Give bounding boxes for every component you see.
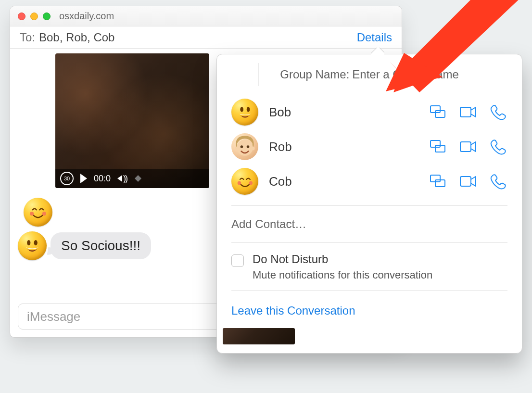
- close-window-button[interactable]: [18, 13, 25, 20]
- svg-rect-16: [460, 142, 471, 152]
- rewind-30-button[interactable]: 30: [60, 172, 74, 185]
- svg-point-2: [27, 240, 30, 245]
- svg-point-3: [34, 240, 38, 245]
- window-title: osxdaily.com: [59, 11, 114, 22]
- member-avatar-grin: [231, 99, 258, 126]
- screen-share-button[interactable]: [429, 173, 448, 190]
- svg-point-4: [240, 107, 243, 112]
- sender-avatar-blush: [24, 198, 52, 227]
- video-attachment[interactable]: 30 00:0: [55, 53, 209, 188]
- airplay-icon[interactable]: [135, 175, 141, 182]
- message-text: So Socious!!!: [61, 238, 140, 253]
- svg-rect-21: [460, 177, 471, 186]
- sender-avatar-grin: [18, 231, 47, 260]
- play-button[interactable]: [80, 174, 87, 183]
- minimize-window-button[interactable]: [30, 13, 38, 20]
- video-call-button[interactable]: [458, 104, 478, 120]
- svg-rect-8: [460, 107, 471, 117]
- to-label: To:: [20, 31, 35, 44]
- audio-call-button[interactable]: [488, 104, 507, 120]
- do-not-disturb-subtext: Mute notifications for this conversation: [253, 269, 432, 281]
- member-name: Cob: [269, 174, 418, 189]
- message-bubble: So Socious!!!: [51, 232, 151, 259]
- svg-point-18: [249, 181, 252, 184]
- volume-control[interactable]: [117, 174, 127, 184]
- do-not-disturb-label: Do Not Disturb: [253, 253, 432, 266]
- member-row: Rob: [217, 129, 522, 164]
- add-contact-button[interactable]: Add Contact…: [217, 213, 522, 236]
- svg-point-5: [246, 107, 250, 112]
- recipients-text: Bob, Rob, Cob: [39, 31, 114, 44]
- group-name-label: Group Name:: [280, 68, 349, 81]
- svg-point-11: [247, 145, 250, 148]
- zoom-window-button[interactable]: [43, 13, 51, 20]
- svg-point-17: [237, 181, 241, 184]
- member-row: Cob: [217, 164, 522, 199]
- video-call-button[interactable]: [458, 139, 478, 155]
- group-name-placeholder: Enter a Group Name: [352, 68, 458, 81]
- details-popover: Group Name: Enter a Group Name Bob: [216, 54, 522, 354]
- svg-point-1: [42, 212, 46, 216]
- leave-conversation-button[interactable]: Leave this Conversation: [217, 297, 522, 319]
- screen-share-button[interactable]: [429, 139, 448, 155]
- svg-point-0: [30, 212, 34, 216]
- svg-point-13: [251, 147, 254, 150]
- video-controls: 30 00:0: [55, 169, 209, 188]
- member-avatar-blush: [231, 168, 258, 195]
- volume-waves-icon: [123, 174, 127, 184]
- do-not-disturb-checkbox[interactable]: [231, 254, 244, 267]
- shared-attachment-thumb[interactable]: [223, 328, 295, 344]
- popover-arrow: [371, 48, 384, 54]
- to-row: To: Bob, Rob, Cob Details: [10, 26, 402, 49]
- traffic-lights: [18, 13, 51, 20]
- group-name-field[interactable]: Group Name: Enter a Group Name: [217, 54, 522, 95]
- divider: [231, 242, 507, 243]
- video-call-button[interactable]: [458, 173, 478, 190]
- member-row: Bob: [217, 95, 522, 129]
- member-name: Bob: [269, 105, 418, 120]
- text-cursor: [258, 63, 258, 86]
- svg-point-10: [241, 145, 243, 148]
- speaker-icon: [117, 175, 122, 182]
- divider: [231, 205, 507, 206]
- compose-placeholder: iMessage: [27, 309, 80, 324]
- member-name: Rob: [269, 139, 418, 154]
- video-time: 00:0: [94, 174, 111, 184]
- svg-point-12: [235, 147, 238, 150]
- rewind-30-label: 30: [64, 176, 70, 181]
- details-button[interactable]: Details: [357, 31, 392, 44]
- do-not-disturb-row: Do Not Disturb Mute notifications for th…: [217, 250, 522, 283]
- titlebar: osxdaily.com: [10, 6, 402, 26]
- member-avatar-person: [231, 133, 258, 160]
- screen-share-button[interactable]: [429, 104, 448, 120]
- divider: [231, 290, 507, 291]
- audio-call-button[interactable]: [488, 139, 507, 155]
- audio-call-button[interactable]: [488, 173, 507, 190]
